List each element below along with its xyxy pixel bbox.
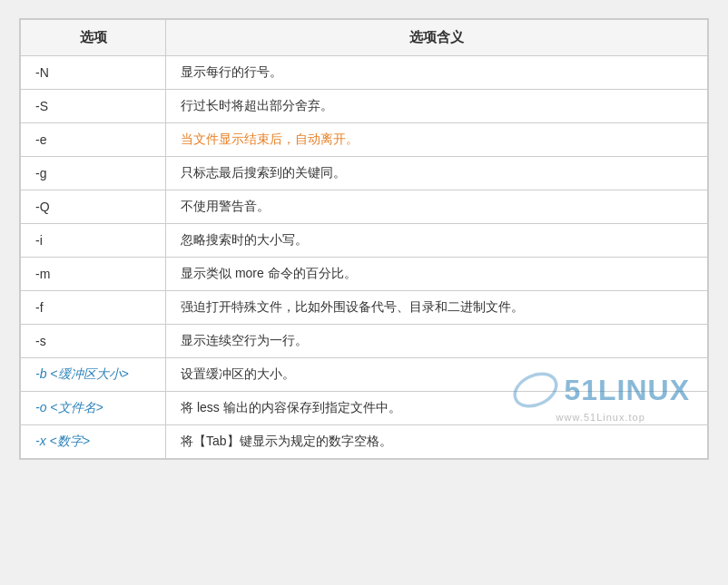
col1-header: 选项 (21, 20, 166, 56)
table-row: -b <缓冲区大小>设置缓冲区的大小。 (21, 358, 708, 392)
desc-cell: 显示每行的行号。 (166, 56, 708, 90)
table-row: -N显示每行的行号。 (21, 56, 708, 90)
desc-cell: 将 less 输出的内容保存到指定文件中。 (166, 392, 708, 425)
option-cell: -e (21, 123, 166, 157)
desc-cell: 强迫打开特殊文件，比如外围设备代号、目录和二进制文件。 (166, 291, 708, 325)
table-row: -Q不使用警告音。 (21, 190, 708, 224)
options-table: 选项 选项含义 -N显示每行的行号。-S行过长时将超出部分舍弃。-e当文件显示结… (20, 19, 708, 459)
table-row: -s显示连续空行为一行。 (21, 325, 708, 358)
table-row: -m显示类似 more 命令的百分比。 (21, 258, 708, 291)
option-cell: -N (21, 56, 166, 90)
desc-cell: 行过长时将超出部分舍弃。 (166, 90, 708, 123)
option-cell: -x <数字> (21, 425, 166, 459)
table-row: -o <文件名>将 less 输出的内容保存到指定文件中。 (21, 392, 708, 425)
main-table-wrapper: 选项 选项含义 -N显示每行的行号。-S行过长时将超出部分舍弃。-e当文件显示结… (19, 18, 709, 460)
desc-cell: 显示连续空行为一行。 (166, 325, 708, 358)
table-row: -i忽略搜索时的大小写。 (21, 224, 708, 258)
desc-cell: 当文件显示结束后，自动离开。 (166, 123, 708, 157)
option-cell: -m (21, 258, 166, 291)
table-row: -e当文件显示结束后，自动离开。 (21, 123, 708, 157)
desc-cell: 忽略搜索时的大小写。 (166, 224, 708, 258)
desc-cell: 设置缓冲区的大小。 (166, 358, 708, 392)
table-row: -S行过长时将超出部分舍弃。 (21, 90, 708, 123)
desc-cell: 不使用警告音。 (166, 190, 708, 224)
option-cell: -i (21, 224, 166, 258)
table-row: -f强迫打开特殊文件，比如外围设备代号、目录和二进制文件。 (21, 291, 708, 325)
table-row: -g只标志最后搜索到的关键同。 (21, 157, 708, 190)
option-cell: -s (21, 325, 166, 358)
table-row: -x <数字>将【Tab】键显示为规定的数字空格。 (21, 425, 708, 459)
col2-header: 选项含义 (166, 20, 708, 56)
option-cell: -f (21, 291, 166, 325)
option-cell: -Q (21, 190, 166, 224)
option-cell: -S (21, 90, 166, 123)
option-cell: -b <缓冲区大小> (21, 358, 166, 392)
desc-cell: 只标志最后搜索到的关键同。 (166, 157, 708, 190)
desc-cell: 将【Tab】键显示为规定的数字空格。 (166, 425, 708, 459)
option-cell: -o <文件名> (21, 392, 166, 425)
option-cell: -g (21, 157, 166, 190)
desc-cell: 显示类似 more 命令的百分比。 (166, 258, 708, 291)
